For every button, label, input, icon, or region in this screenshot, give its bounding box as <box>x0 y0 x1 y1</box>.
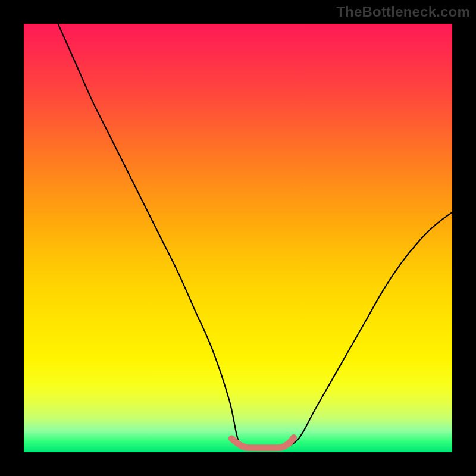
chart-frame: TheBottleneck.com <box>0 0 476 476</box>
plot-area <box>24 24 452 452</box>
watermark-text: TheBottleneck.com <box>336 4 470 20</box>
curve-layer <box>24 24 452 452</box>
highlight-band-path <box>231 438 293 448</box>
main-curve-path <box>58 24 452 449</box>
